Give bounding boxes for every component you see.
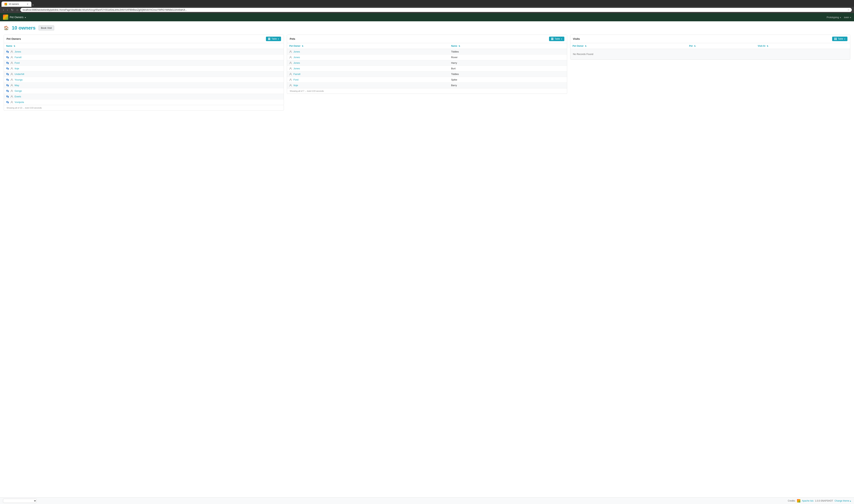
tab-close-button[interactable]: ✕ bbox=[27, 3, 29, 5]
table-header-row: Pet Owner ⇅ Name ⇅ bbox=[287, 43, 567, 49]
table-row: 👣 Farrell bbox=[4, 55, 284, 60]
owner-name-link[interactable]: Jones bbox=[15, 50, 21, 53]
pet-owner-link[interactable]: Jones bbox=[293, 67, 300, 70]
owner-name-link[interactable]: Genge bbox=[15, 90, 22, 92]
address-icons: ☆ bbox=[848, 8, 850, 11]
address-bar[interactable]: localhost:8080/wicket/entity/petclinic.H… bbox=[20, 8, 852, 12]
person-icon bbox=[11, 84, 13, 87]
pet-owner-cell: Jones bbox=[287, 60, 449, 66]
pet-name-cell: Barry bbox=[449, 83, 567, 88]
owner-name-link[interactable]: Itoje bbox=[15, 67, 19, 70]
prototyping-menu[interactable]: Prototyping ▾ bbox=[827, 16, 841, 19]
pet-column-header[interactable]: Pet ⇅ bbox=[687, 43, 756, 49]
person-icon bbox=[11, 51, 13, 53]
svg-point-9 bbox=[11, 101, 12, 102]
sort-icon: ⇅ bbox=[694, 45, 695, 47]
person-icon bbox=[11, 90, 13, 92]
pets-panel: Pets Table ▾ Pet Owner ⇅ bbox=[287, 35, 567, 94]
pet-owner-link[interactable]: Jones bbox=[293, 56, 300, 59]
address-text: localhost:8080/wicket/entity/petclinic.H… bbox=[23, 8, 848, 11]
svg-point-15 bbox=[290, 79, 291, 80]
app-title-caret: ▾ bbox=[25, 16, 26, 18]
owner-icon: 👣 bbox=[6, 95, 9, 98]
sort-icon: ⇅ bbox=[585, 45, 586, 47]
pet-name-cell: Rover bbox=[449, 55, 567, 60]
owner-name-cell: 👣 Ford bbox=[4, 60, 284, 66]
owner-name-link[interactable]: May bbox=[15, 84, 19, 87]
table-header-row: Pet Owner ⇅ Pet ⇅ Visit At ⇅ bbox=[570, 43, 850, 49]
owner-icon: 👣 bbox=[6, 84, 9, 87]
pet-owner-link[interactable]: Farrell bbox=[293, 73, 300, 75]
app-title[interactable]: Pet Owners ▾ bbox=[10, 16, 26, 19]
svg-point-11 bbox=[290, 56, 291, 57]
nav-forward-button[interactable]: › bbox=[6, 8, 8, 12]
nav-home-button[interactable]: ⌂ bbox=[16, 8, 19, 12]
svg-point-8 bbox=[11, 95, 12, 96]
visit-at-column-header[interactable]: Visit At ⇅ bbox=[756, 43, 850, 49]
person-icon bbox=[11, 95, 13, 98]
pet-owners-table-button[interactable]: Table ▾ bbox=[266, 37, 281, 41]
svg-point-4 bbox=[11, 73, 12, 74]
table-row: 👣 May bbox=[4, 83, 284, 88]
table-row: 👣 Jones bbox=[4, 49, 284, 55]
pet-name-cell: Tiddles bbox=[449, 71, 567, 77]
owner-name-link[interactable]: Underhill bbox=[15, 73, 24, 75]
person-icon bbox=[11, 62, 13, 64]
active-tab[interactable]: 10 owners ✕ bbox=[1, 1, 31, 7]
pet-owner-cell: Ford bbox=[287, 77, 449, 83]
owner-name-link[interactable]: Youngs bbox=[15, 78, 23, 81]
pets-table: Pet Owner ⇅ Name ⇅ bbox=[287, 43, 567, 88]
visits-panel: Visits Table ▾ Pet Owner ⇅ bbox=[570, 35, 850, 60]
pets-table-button[interactable]: Table ▾ bbox=[549, 37, 564, 41]
owner-name-link[interactable]: Vunipola bbox=[15, 101, 24, 104]
svg-point-0 bbox=[11, 51, 12, 52]
visits-panel-title: Visits bbox=[573, 37, 580, 40]
owner-icon: 👣 bbox=[6, 101, 9, 104]
tab-favicon bbox=[4, 3, 7, 5]
owner-name-cell: 👣 Underhill bbox=[4, 71, 284, 77]
bookmark-icon: ☆ bbox=[848, 8, 850, 11]
header-right: Prototyping ▾ sven ▾ bbox=[827, 16, 851, 19]
person-icon bbox=[11, 78, 13, 81]
sort-icon: ⇅ bbox=[302, 45, 303, 47]
table-row: Jones Burt bbox=[287, 66, 567, 71]
owner-name-link[interactable]: Farrell bbox=[15, 56, 21, 59]
pet-owner-cell: Farrell bbox=[287, 71, 449, 77]
visits-table-button[interactable]: Table ▾ bbox=[832, 37, 848, 41]
no-records-row: No Records Found bbox=[570, 49, 850, 59]
owner-name-cell: 👣 Farrell bbox=[4, 55, 284, 60]
table-row: 👣 Itoje bbox=[4, 66, 284, 71]
app-header: Pet Owners ▾ Prototyping ▾ sven ▾ bbox=[0, 13, 854, 21]
owner-name-link[interactable]: Ford bbox=[15, 61, 20, 64]
name-column-header[interactable]: Name ⇅ bbox=[449, 43, 567, 49]
svg-point-10 bbox=[290, 51, 291, 52]
no-records-text: No Records Found bbox=[570, 49, 850, 59]
owner-name-link[interactable]: Ewels bbox=[15, 95, 21, 98]
nav-back-button[interactable]: ‹ bbox=[2, 8, 5, 12]
new-tab-button[interactable]: + bbox=[32, 3, 34, 7]
owner-icon: 👣 bbox=[6, 78, 9, 81]
owner-icon: 👣 bbox=[6, 62, 9, 64]
pet-owner-link[interactable]: Jones bbox=[293, 61, 300, 64]
pet-owner-column-header[interactable]: Pet Owner ⇅ bbox=[570, 43, 687, 49]
home-icon: 🏠 bbox=[4, 25, 9, 31]
pet-owner-icon bbox=[289, 56, 292, 59]
pet-owner-link[interactable]: Ford bbox=[293, 78, 298, 81]
pet-name-cell: Tiddles bbox=[449, 49, 567, 55]
pet-owners-table: Name ⇅ 👣 Jones 👣 bbox=[4, 43, 284, 105]
pet-owner-column-header[interactable]: Pet Owner ⇅ bbox=[287, 43, 449, 49]
book-visit-button[interactable]: Book Visit bbox=[38, 25, 54, 31]
pet-owners-panel-header: Pet Owners Table ▾ bbox=[4, 35, 284, 43]
pet-name-cell: Harry bbox=[449, 60, 567, 66]
owner-name-cell: 👣 Ewels bbox=[4, 94, 284, 100]
name-column-header[interactable]: Name ⇅ bbox=[4, 43, 284, 49]
pet-owner-link[interactable]: Itoje bbox=[293, 84, 298, 87]
pet-owner-link[interactable]: Jones bbox=[293, 50, 300, 53]
person-icon bbox=[11, 56, 13, 59]
nav-refresh-button[interactable]: ↻ bbox=[10, 8, 14, 12]
user-caret: ▾ bbox=[850, 16, 851, 18]
user-menu[interactable]: sven ▾ bbox=[844, 16, 851, 19]
svg-point-5 bbox=[11, 79, 12, 80]
pet-owner-cell: Jones bbox=[287, 66, 449, 71]
browser-tabs: 10 owners ✕ + bbox=[1, 0, 34, 7]
